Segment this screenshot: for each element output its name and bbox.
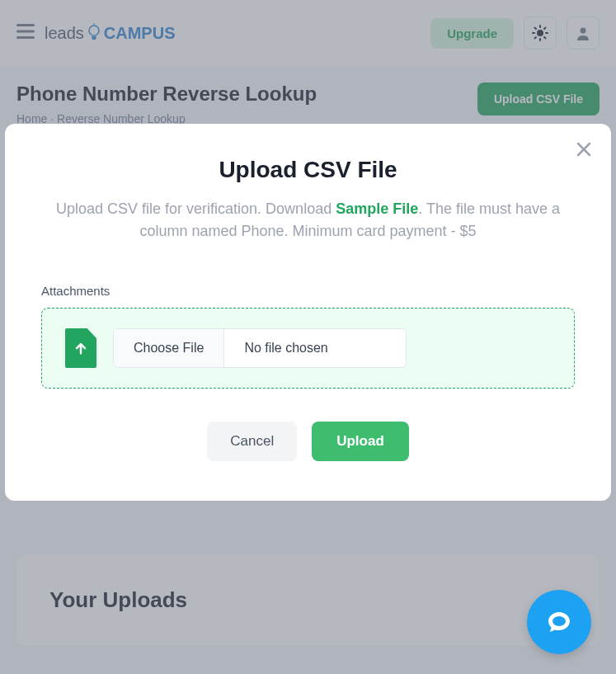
chat-fab[interactable] (527, 590, 591, 654)
modal-subtitle: Upload CSV file for verification. Downlo… (41, 198, 575, 243)
chat-icon (544, 607, 574, 637)
choose-file-button[interactable]: Choose File (114, 329, 224, 367)
file-upload-icon (65, 328, 96, 368)
modal-overlay[interactable]: Upload CSV File Upload CSV file for veri… (0, 0, 616, 674)
file-status: No file chosen (224, 329, 406, 367)
modal-title: Upload CSV File (41, 157, 575, 183)
upload-modal: Upload CSV File Upload CSV file for veri… (5, 124, 611, 501)
modal-actions: Cancel Upload (41, 422, 575, 461)
attachments-label: Attachments (41, 284, 575, 298)
close-icon (576, 142, 591, 157)
sample-file-link[interactable]: Sample File (336, 200, 418, 217)
svg-point-17 (553, 616, 566, 626)
upload-button[interactable]: Upload (312, 422, 409, 461)
close-button[interactable] (576, 140, 591, 160)
file-input-group: Choose File No file chosen (113, 328, 407, 368)
dropzone[interactable]: Choose File No file chosen (41, 308, 575, 389)
cancel-button[interactable]: Cancel (207, 422, 297, 461)
